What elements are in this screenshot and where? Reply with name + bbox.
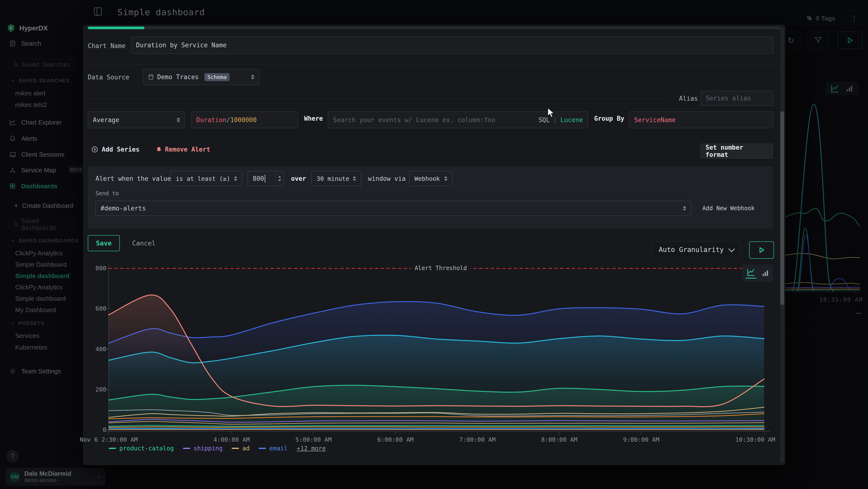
edit-chart-modal: Chart Name Duration by Service Name Data…: [83, 25, 785, 465]
alert-threshold-label: Alert Threshold: [411, 265, 470, 271]
series-line-series_11: [109, 427, 764, 427]
legend-item[interactable]: product-catalog: [109, 445, 174, 452]
bar-chart-icon[interactable]: [761, 269, 769, 278]
chart-legend: product-catalogshippingademail+12 more: [109, 445, 326, 452]
legend-item[interactable]: shipping: [183, 445, 222, 452]
chart-type-toggle[interactable]: [742, 264, 773, 282]
series-line-series_12: [109, 428, 764, 429]
mouse-cursor: [547, 107, 557, 118]
duration-chart: [84, 25, 785, 465]
legend-item[interactable]: +12 more: [297, 445, 326, 452]
app-root: Simple dashboard 0 Tags ⋮ ↻ 1: [0, 0, 868, 489]
line-chart-icon[interactable]: [746, 268, 756, 279]
modal-scrollbar[interactable]: [780, 27, 784, 463]
legend-item[interactable]: ad: [232, 445, 250, 452]
modal-scrollbar-thumb[interactable]: [780, 111, 784, 305]
legend-item[interactable]: email: [259, 445, 287, 452]
